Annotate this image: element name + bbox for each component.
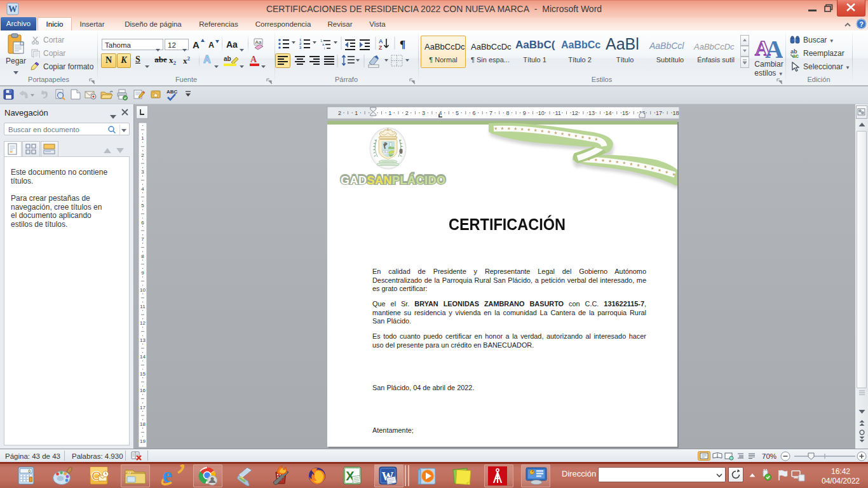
svg-text:19: 19 <box>140 438 146 444</box>
svg-text:3: 3 <box>422 110 425 116</box>
svg-text:12: 12 <box>572 110 578 116</box>
svg-text:15: 15 <box>622 110 628 116</box>
svg-text:10: 10 <box>140 287 146 293</box>
svg-text:14: 14 <box>606 110 612 116</box>
svg-text:7: 7 <box>489 110 492 116</box>
svg-text:7: 7 <box>141 236 144 242</box>
svg-text:13: 13 <box>588 110 595 116</box>
svg-text:17: 17 <box>140 405 146 410</box>
svg-text:2: 2 <box>338 110 341 116</box>
svg-text:A: A <box>250 55 257 64</box>
svg-text:13: 13 <box>140 337 146 343</box>
svg-text:1: 1 <box>141 135 144 141</box>
svg-text:¶: ¶ <box>400 38 405 50</box>
svg-text:i: i <box>324 46 325 50</box>
svg-text:0: 0 <box>28 469 31 473</box>
svg-text:A: A <box>379 38 383 44</box>
svg-text:11: 11 <box>140 304 146 309</box>
svg-text:2: 2 <box>141 152 144 158</box>
svg-text:W: W <box>8 4 17 14</box>
svg-text:18: 18 <box>140 421 146 427</box>
svg-text:ab: ab <box>224 55 231 62</box>
svg-text:15: 15 <box>140 371 146 377</box>
svg-text:6: 6 <box>141 220 144 226</box>
svg-text:5: 5 <box>141 203 144 208</box>
svg-text:A: A <box>765 35 783 59</box>
svg-text:Z: Z <box>379 44 383 51</box>
svg-text:16: 16 <box>140 388 146 393</box>
svg-text:9: 9 <box>141 270 144 276</box>
svg-text:1: 1 <box>355 110 358 116</box>
svg-text:6: 6 <box>472 110 475 116</box>
svg-text:?: ? <box>859 20 864 28</box>
svg-text:18: 18 <box>672 110 679 116</box>
svg-text:4: 4 <box>141 186 144 192</box>
svg-text:8: 8 <box>141 254 144 259</box>
svg-text:Aa: Aa <box>255 39 262 45</box>
svg-text:5: 5 <box>456 110 459 116</box>
svg-text:17: 17 <box>656 110 662 116</box>
svg-text:8: 8 <box>506 110 509 116</box>
svg-text:9: 9 <box>523 110 526 116</box>
svg-text:12: 12 <box>140 320 146 326</box>
svg-text:14: 14 <box>140 354 146 360</box>
svg-text:2: 2 <box>405 110 409 116</box>
svg-text:ABC: ABC <box>166 89 178 95</box>
svg-text:ac: ac <box>792 53 799 58</box>
svg-text:11: 11 <box>555 110 561 116</box>
svg-text:1: 1 <box>388 110 391 116</box>
svg-text:10: 10 <box>538 110 545 116</box>
svg-text:3: 3 <box>299 46 302 50</box>
svg-text:3: 3 <box>141 169 144 175</box>
